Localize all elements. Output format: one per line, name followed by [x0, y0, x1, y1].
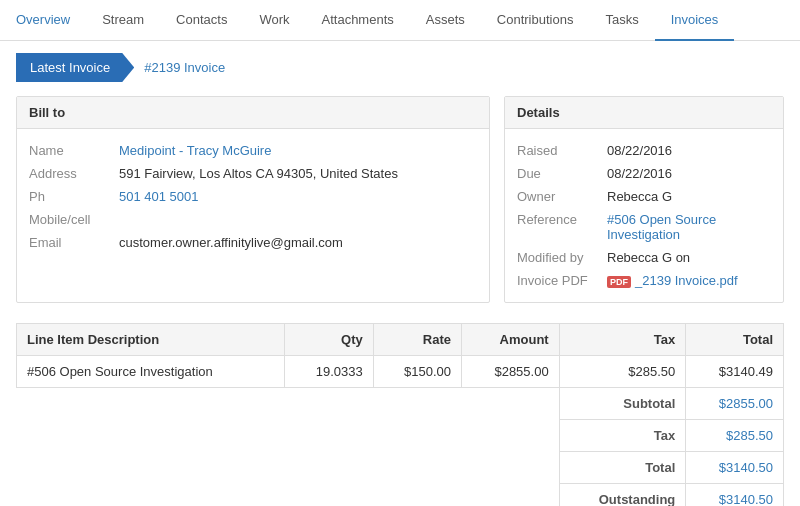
due-label: Due: [517, 166, 607, 181]
col-tax: Tax: [559, 324, 686, 356]
tab-tasks[interactable]: Tasks: [589, 0, 654, 41]
address-value: 591 Fairview, Los Altos CA 94305, United…: [119, 166, 398, 181]
total-value: $3140.50: [686, 452, 784, 484]
invoice-number-link[interactable]: #2139 Invoice: [144, 60, 225, 75]
owner-row: Owner Rebecca G: [517, 185, 771, 208]
raised-value: 08/22/2016: [607, 143, 672, 158]
email-value: customer.owner.affinitylive@gmail.com: [119, 235, 343, 250]
tab-overview[interactable]: Overview: [0, 0, 86, 41]
invoice-table: Line Item Description Qty Rate Amount Ta…: [16, 323, 784, 506]
mobile-label: Mobile/cell: [29, 212, 119, 227]
reference-value[interactable]: #506 Open Source Investigation: [607, 212, 771, 242]
latest-invoice-button[interactable]: Latest Invoice: [16, 53, 134, 82]
tax-row: Tax $285.50: [17, 420, 784, 452]
total-label: Total: [559, 452, 686, 484]
outstanding-label: Outstanding: [559, 484, 686, 507]
invoice-pdf-label: Invoice PDF: [517, 273, 607, 288]
table-row: #506 Open Source Investigation 19.0333 $…: [17, 356, 784, 388]
row-tax: $285.50: [559, 356, 686, 388]
raised-row: Raised 08/22/2016: [517, 139, 771, 162]
name-label: Name: [29, 143, 119, 158]
line-items-section: Line Item Description Qty Rate Amount Ta…: [16, 323, 784, 506]
reference-row: Reference #506 Open Source Investigation: [517, 208, 771, 246]
subtotal-value: $2855.00: [686, 388, 784, 420]
subtotal-label: Subtotal: [559, 388, 686, 420]
modified-by-label: Modified by: [517, 250, 607, 265]
tab-contributions[interactable]: Contributions: [481, 0, 590, 41]
bill-to-header: Bill to: [17, 97, 489, 129]
row-description: #506 Open Source Investigation: [17, 356, 285, 388]
modified-by-row: Modified by Rebecca G on: [517, 246, 771, 269]
ph-label: Ph: [29, 189, 119, 204]
invoice-pdf-row: Invoice PDF PDF_2139 Invoice.pdf: [517, 269, 771, 292]
due-row: Due 08/22/2016: [517, 162, 771, 185]
tab-stream[interactable]: Stream: [86, 0, 160, 41]
row-amount: $2855.00: [461, 356, 559, 388]
tab-assets[interactable]: Assets: [410, 0, 481, 41]
col-description: Line Item Description: [17, 324, 285, 356]
subtotal-row: Subtotal $2855.00: [17, 388, 784, 420]
invoice-pdf-value[interactable]: PDF_2139 Invoice.pdf: [607, 273, 738, 288]
email-label: Email: [29, 235, 119, 250]
owner-value: Rebecca G: [607, 189, 672, 204]
col-qty: Qty: [285, 324, 373, 356]
nav-tabs: Overview Stream Contacts Work Attachment…: [0, 0, 800, 41]
bill-to-mobile-row: Mobile/cell: [29, 208, 477, 231]
name-value[interactable]: Medipoint - Tracy McGuire: [119, 143, 271, 158]
tax-total-value: $285.50: [686, 420, 784, 452]
bill-to-email-row: Email customer.owner.affinitylive@gmail.…: [29, 231, 477, 254]
total-row: Total $3140.50: [17, 452, 784, 484]
tab-contacts[interactable]: Contacts: [160, 0, 243, 41]
content-area: Latest Invoice #2139 Invoice Bill to Nam…: [0, 41, 800, 506]
bill-to-ph-row: Ph 501 401 5001: [29, 185, 477, 208]
due-value: 08/22/2016: [607, 166, 672, 181]
panels-row: Bill to Name Medipoint - Tracy McGuire A…: [16, 96, 784, 303]
outstanding-row: Outstanding $3140.50: [17, 484, 784, 507]
col-total: Total: [686, 324, 784, 356]
tab-invoices[interactable]: Invoices: [655, 0, 735, 41]
address-label: Address: [29, 166, 119, 181]
details-header: Details: [505, 97, 783, 129]
outstanding-value: $3140.50: [686, 484, 784, 507]
col-rate: Rate: [373, 324, 461, 356]
details-panel: Details Raised 08/22/2016 Due 08/22/2016…: [504, 96, 784, 303]
bill-to-body: Name Medipoint - Tracy McGuire Address 5…: [17, 129, 489, 264]
invoice-header: Latest Invoice #2139 Invoice: [16, 53, 784, 82]
bill-to-panel: Bill to Name Medipoint - Tracy McGuire A…: [16, 96, 490, 303]
tab-attachments[interactable]: Attachments: [306, 0, 410, 41]
row-qty: 19.0333: [285, 356, 373, 388]
tax-total-label: Tax: [559, 420, 686, 452]
details-body: Raised 08/22/2016 Due 08/22/2016 Owner R…: [505, 129, 783, 302]
bill-to-address-row: Address 591 Fairview, Los Altos CA 94305…: [29, 162, 477, 185]
pdf-icon: PDF: [607, 276, 631, 288]
tab-work[interactable]: Work: [243, 0, 305, 41]
modified-by-value: Rebecca G on: [607, 250, 690, 265]
raised-label: Raised: [517, 143, 607, 158]
reference-label: Reference: [517, 212, 607, 242]
row-rate: $150.00: [373, 356, 461, 388]
col-amount: Amount: [461, 324, 559, 356]
ph-value[interactable]: 501 401 5001: [119, 189, 199, 204]
row-total: $3140.49: [686, 356, 784, 388]
owner-label: Owner: [517, 189, 607, 204]
bill-to-name-row: Name Medipoint - Tracy McGuire: [29, 139, 477, 162]
